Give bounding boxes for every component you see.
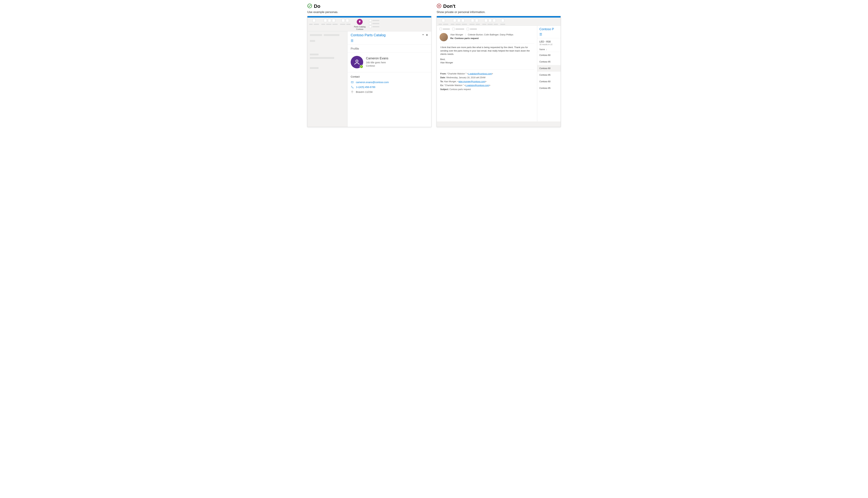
hamburger-icon[interactable]: ☰ (348, 38, 431, 44)
filter-checkbox[interactable] (452, 28, 455, 30)
taskpane-title: Contoso Parts Catalog (351, 33, 386, 37)
meta-cc-email[interactable]: c.walston@contoso.com (466, 84, 489, 87)
list-item[interactable]: Contoso 85 (537, 72, 560, 78)
window-titlebar (308, 16, 431, 17)
task-pane: Contoso Parts Catalog ▼ ✕ ☰ Profile (347, 31, 431, 127)
mail-filters (440, 28, 534, 30)
contact-location: Bravern 11/234 (356, 91, 373, 93)
sidepane-heading: LED - R30 (537, 38, 560, 43)
ribbon (437, 17, 560, 26)
column-header-name[interactable]: Name ↓ (537, 47, 560, 52)
addin-button[interactable]: Parts Catalog Contoso (353, 19, 367, 30)
mail-icon (351, 81, 354, 84)
persona-jobtitle: Job title goes here (366, 61, 388, 64)
dont-subtitle: Show private or personal information. (437, 10, 561, 14)
svg-point-3 (352, 91, 352, 92)
profile-heading: Profile (348, 44, 431, 52)
window-titlebar (437, 16, 560, 17)
mail-body: I think that there are more parts like w… (440, 43, 534, 69)
x-circle-icon (437, 3, 441, 9)
nav-sidebar (308, 31, 347, 127)
caret-down-icon[interactable]: ▼ (422, 34, 424, 37)
contact-email[interactable]: cameron.evans@contoso.com (356, 81, 389, 84)
sort-down-icon: ↓ (546, 48, 547, 51)
meta-from-email[interactable]: c.walston@contoso.com (468, 73, 492, 75)
sidepane-title: Contoso P (537, 26, 560, 32)
svg-point-1 (356, 60, 358, 62)
mail-from: Alan Munger (450, 33, 463, 36)
mail-header: Alan Munger | Celeste Burton; Colin Ball… (440, 32, 534, 43)
dont-title: Don't (443, 3, 455, 9)
mail-subject: Re: Contoso parts request (450, 37, 534, 40)
list-item[interactable]: Contoso 60 (537, 52, 560, 58)
svg-rect-2 (351, 81, 353, 83)
mail-recipients: Celeste Burton; Colin Ballinger; Daisy P… (468, 33, 513, 36)
filter-checkbox[interactable] (440, 28, 442, 30)
persona-company: Contoso (366, 64, 388, 68)
do-app-window: Parts Catalog Contoso Contoso P (307, 16, 431, 127)
contact-heading: Contact (351, 75, 428, 78)
close-icon[interactable]: ✕ (426, 34, 428, 37)
mail-body-paragraph: I think that there are more parts like w… (440, 45, 534, 56)
addin-name: Parts Catalog (354, 26, 366, 28)
do-subtitle: Use example personas. (307, 10, 431, 14)
list-item[interactable]: Contoso 60 (537, 65, 560, 72)
ribbon: Parts Catalog Contoso (308, 17, 431, 31)
dont-app-window: Alan Munger | Celeste Burton; Colin Ball… (437, 16, 561, 127)
check-circle-icon (307, 3, 312, 9)
do-panel: Do Use example personas. Parts Catalog C… (307, 3, 431, 127)
sidepane-subcount: 16 results in LE (537, 43, 560, 47)
mail-reading-pane: Alan Munger | Celeste Burton; Colin Ball… (437, 26, 537, 121)
dont-panel: Don't Show private or personal informati… (437, 3, 561, 127)
hamburger-icon[interactable]: ☰ (537, 32, 560, 38)
phone-icon (351, 86, 354, 89)
do-header: Do (307, 3, 431, 9)
mail-metadata: From: "Charlotte Walston " <c.walston@co… (440, 69, 534, 91)
dont-header: Don't (437, 3, 561, 9)
presence-available-icon (360, 65, 363, 68)
do-title: Do (314, 3, 320, 9)
location-icon (351, 91, 354, 93)
addin-publisher: Contoso (356, 28, 363, 30)
contact-phone[interactable]: 1+(425) 456-6789 (356, 86, 375, 89)
persona-name: Cameron Evans (366, 56, 388, 60)
persona-card: Cameron Evans Job title goes here Contos… (348, 52, 431, 73)
list-item[interactable]: Contoso 85 (537, 85, 560, 91)
sender-avatar (440, 33, 448, 41)
list-item[interactable]: Contoso 60 (537, 78, 560, 85)
side-task-pane: Contoso P ☰ LED - R30 16 results in LE N… (537, 26, 560, 121)
lightbulb-icon (357, 19, 363, 25)
persona-avatar (351, 56, 363, 68)
meta-to-email[interactable]: alan.munger@contoso.com (459, 80, 485, 83)
list-item[interactable]: Contoso 85 (537, 58, 560, 65)
filter-checkbox[interactable] (467, 28, 469, 30)
